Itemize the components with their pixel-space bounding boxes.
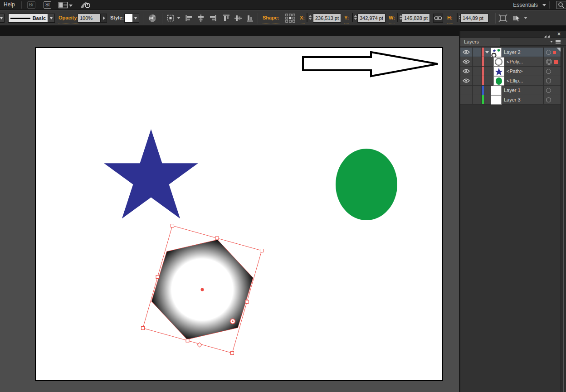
target-circle[interactable] <box>546 78 551 83</box>
shape-label[interactable]: Shape: <box>263 15 279 24</box>
align-top-icon[interactable] <box>221 14 231 23</box>
chevron-down-icon[interactable] <box>48 14 55 23</box>
select-similar-icon[interactable] <box>166 14 176 23</box>
workspace-switcher[interactable]: Essentials <box>513 2 538 8</box>
layer-name[interactable]: Layer 1 <box>504 87 521 93</box>
visibility-toggle[interactable] <box>460 67 473 76</box>
layer-name[interactable]: Layer 3 <box>504 97 521 102</box>
layer-thumbnail[interactable] <box>491 48 501 57</box>
selection-indicator[interactable] <box>553 51 556 54</box>
canvas-area[interactable] <box>0 36 459 392</box>
lock-toggle[interactable] <box>473 67 482 76</box>
target-column <box>543 86 561 95</box>
layer-thumbnail[interactable] <box>491 96 501 104</box>
chevron-down-icon[interactable] <box>524 17 527 26</box>
bridge-icon[interactable]: Br <box>27 1 35 9</box>
object-row-ellipse[interactable]: <Ellip... <box>460 76 561 86</box>
target-column <box>543 95 561 104</box>
object-row-path[interactable]: <Path> <box>460 67 561 76</box>
h-stepper[interactable] <box>457 13 458 22</box>
opacity-input[interactable] <box>78 14 101 23</box>
target-circle-selected[interactable] <box>546 59 552 65</box>
panel-scrollbar[interactable] <box>561 48 566 392</box>
target-column <box>543 76 561 85</box>
divider <box>549 1 550 9</box>
align-right-icon[interactable] <box>208 14 218 23</box>
close-icon[interactable]: × <box>557 31 561 37</box>
object-thumbnail[interactable] <box>494 67 504 76</box>
opacity-dropdown-arrow[interactable] <box>101 14 107 23</box>
target-circle[interactable] <box>546 88 551 93</box>
selection-indicator[interactable] <box>554 60 558 64</box>
panel-menu-icon[interactable] <box>553 40 561 44</box>
lock-toggle[interactable] <box>473 57 482 66</box>
style-swatch[interactable] <box>124 14 133 23</box>
artboard[interactable] <box>35 47 443 381</box>
tab-layers[interactable]: Layers <box>460 38 500 46</box>
align-bottom-icon[interactable] <box>245 14 255 23</box>
lock-toggle[interactable] <box>473 95 482 104</box>
recolor-artwork-icon[interactable] <box>147 14 157 23</box>
layer-color-bar <box>482 67 484 76</box>
target-circle[interactable] <box>546 97 551 102</box>
brush-definition-dropdown[interactable]: Basic <box>8 14 55 23</box>
y-input[interactable] <box>357 14 385 23</box>
align-horizontal-center-icon[interactable] <box>196 14 206 23</box>
layer-row-layer1[interactable]: Layer 1 <box>460 86 561 95</box>
visibility-toggle[interactable] <box>460 95 473 104</box>
h-input[interactable] <box>460 14 488 23</box>
target-circle[interactable] <box>546 50 551 55</box>
layer-row-layer3[interactable]: Layer 3 <box>460 95 561 105</box>
style-dropdown-arrow[interactable] <box>132 14 139 23</box>
x-label[interactable]: X: <box>300 15 305 24</box>
x-input[interactable] <box>313 14 341 23</box>
w-input[interactable] <box>402 14 430 23</box>
visibility-toggle[interactable] <box>460 48 473 57</box>
arrange-documents-icon[interactable] <box>59 2 71 10</box>
divider <box>21 1 22 9</box>
layer-thumbnail[interactable] <box>491 86 501 95</box>
layer-row-layer2[interactable]: Layer 2 <box>460 48 561 57</box>
w-label[interactable]: W: <box>389 15 395 24</box>
object-thumbnail[interactable] <box>494 58 504 66</box>
stock-icon[interactable]: St <box>44 1 51 9</box>
layers-list: Layer 2 <Poly... <box>460 48 561 105</box>
y-stepper[interactable] <box>352 13 353 22</box>
object-thumbnail[interactable] <box>494 77 504 85</box>
gpu-performance-icon[interactable] <box>80 1 92 11</box>
stroke-weight-dropdown[interactable] <box>0 14 5 23</box>
object-name[interactable]: <Poly... <box>507 59 523 64</box>
layers-panel: × Layers <box>459 31 566 392</box>
align-left-icon[interactable] <box>184 14 194 23</box>
reference-point-grid-icon[interactable] <box>285 14 295 23</box>
lock-toggle[interactable] <box>473 48 482 57</box>
chevron-down-icon[interactable] <box>177 17 181 26</box>
target-circle[interactable] <box>546 69 551 74</box>
lock-toggle[interactable] <box>473 86 482 95</box>
divider <box>143 13 143 24</box>
h-label[interactable]: H: <box>447 15 453 24</box>
layer-name[interactable]: Layer 2 <box>504 49 521 55</box>
isolate-selected-object-icon[interactable] <box>512 14 522 23</box>
x-stepper[interactable] <box>307 13 307 22</box>
lock-toggle[interactable] <box>473 76 482 85</box>
constrain-proportions-icon[interactable] <box>433 14 443 23</box>
y-label[interactable]: Y: <box>344 15 349 24</box>
visibility-toggle[interactable] <box>460 57 473 66</box>
search-icon[interactable] <box>556 1 566 9</box>
object-row-polygon[interactable]: <Poly... <box>460 57 561 67</box>
opacity-label[interactable]: Opacity: <box>59 15 78 24</box>
visibility-toggle[interactable] <box>460 76 473 85</box>
object-name[interactable]: <Path> <box>507 68 522 74</box>
align-vertical-center-icon[interactable] <box>233 14 243 23</box>
expand-toggle[interactable] <box>484 51 490 53</box>
w-stepper[interactable] <box>397 13 398 22</box>
menu-help[interactable]: Help <box>4 1 15 8</box>
chevron-down-icon[interactable] <box>542 4 546 6</box>
align-to-pixel-grid-icon[interactable] <box>498 14 508 23</box>
divider <box>162 13 162 24</box>
layer-color-bar <box>482 95 484 104</box>
brush-preview: Basic <box>8 14 48 23</box>
object-name[interactable]: <Ellip... <box>507 78 523 83</box>
visibility-toggle[interactable] <box>460 86 473 95</box>
